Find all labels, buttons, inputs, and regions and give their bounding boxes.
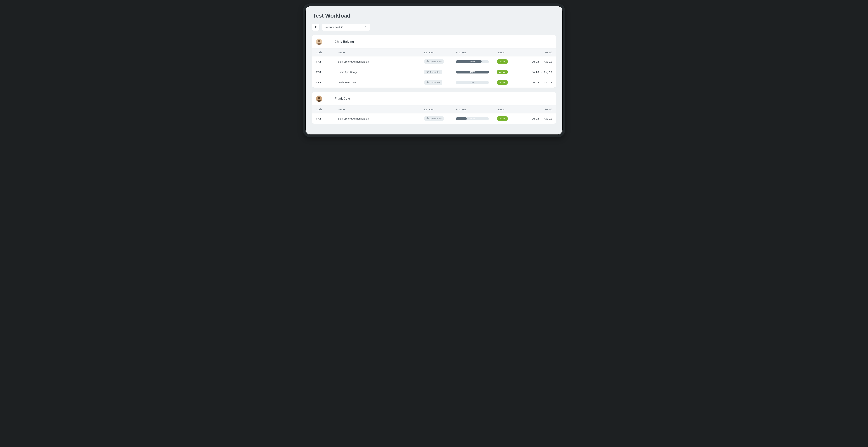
cell-progress: 33.3% <box>452 114 493 124</box>
cell-progress: 100% <box>452 67 493 77</box>
cell-duration: 16 minutes <box>420 56 452 67</box>
col-period: Period <box>517 49 556 56</box>
progress-label: 33.3% <box>470 118 475 120</box>
table-row[interactable]: TR3 Basic App Usage 3 minutes 100% Activ… <box>312 67 556 77</box>
period-dash: – <box>540 81 543 84</box>
period-end-day: 10 <box>549 60 552 63</box>
cell-name: Sign-up and Authentication <box>334 114 420 124</box>
feature-select[interactable]: Feature Test #1 <box>322 24 370 31</box>
period-start-month: Jul <box>532 70 535 73</box>
cell-status: Active <box>493 77 517 88</box>
period-end-month: Aug <box>544 70 549 73</box>
cell-code: TR4 <box>312 77 334 88</box>
table-row[interactable]: TR4 Dashboard Test 1 minutes 0% Active J… <box>312 77 556 88</box>
period-start-month: Jul <box>532 117 535 120</box>
duration-chip: 16 minutes <box>424 59 444 64</box>
workload-table: Code Name Duration Progress Status Perio… <box>312 105 556 124</box>
col-code: Code <box>312 49 334 56</box>
duration-text: 1 minutes <box>430 81 440 84</box>
progress-bar: 77.8% <box>456 60 489 63</box>
status-badge: Active <box>497 59 507 64</box>
person-name: Chris Balding <box>335 40 354 43</box>
toolbar: Feature Test #1 <box>312 24 556 31</box>
col-status: Status <box>493 106 517 114</box>
period-start-month: Jul <box>532 81 535 84</box>
clock-icon <box>426 81 429 84</box>
filter-icon <box>314 25 317 29</box>
clock-icon <box>426 70 429 73</box>
cell-status: Active <box>493 56 517 67</box>
cell-name: Sign-up and Authentication <box>334 56 420 67</box>
feature-select-label: Feature Test #1 <box>324 26 344 29</box>
chevron-down-icon <box>365 26 367 29</box>
duration-chip: 1 minutes <box>424 80 442 85</box>
cell-period: Jul 28 – Aug 10 <box>517 56 556 67</box>
cell-code: TR2 <box>312 114 334 124</box>
duration-chip: 16 minutes <box>424 116 444 121</box>
period-dash: – <box>540 117 543 120</box>
clock-icon <box>426 60 429 63</box>
progress-bar: 33.3% <box>456 117 489 120</box>
table-row[interactable]: TR2 Sign-up and Authentication 16 minute… <box>312 114 556 124</box>
avatar <box>316 38 322 45</box>
period-end-day: 10 <box>549 70 552 73</box>
period-start-month: Jul <box>532 60 535 63</box>
status-badge: Active <box>497 80 507 85</box>
period-end-month: Aug <box>544 60 549 63</box>
col-status: Status <box>493 49 517 56</box>
duration-text: 16 minutes <box>430 117 442 120</box>
card-header: Frank Cole <box>312 92 556 105</box>
clock-icon <box>426 117 429 120</box>
person-name: Frank Cole <box>335 97 350 100</box>
duration-chip: 3 minutes <box>424 70 442 74</box>
col-duration: Duration <box>420 106 452 114</box>
progress-label: 100% <box>470 71 475 73</box>
app-window: Test Workload Feature Test #1 Chris Bald… <box>303 3 565 137</box>
page-title: Test Workload <box>313 12 556 19</box>
period-end-day: 11 <box>549 81 552 84</box>
table-row[interactable]: TR2 Sign-up and Authentication 16 minute… <box>312 56 556 67</box>
svg-point-1 <box>318 40 320 42</box>
progress-bar: 0% <box>456 81 489 84</box>
progress-label: 77.8% <box>470 61 475 63</box>
period-end-month: Aug <box>544 81 549 84</box>
cell-duration: 3 minutes <box>420 67 452 77</box>
col-period: Period <box>517 106 556 114</box>
period-end-month: Aug <box>544 117 549 120</box>
col-name: Name <box>334 106 420 114</box>
workload-card: Chris Balding Code Name Duration Progres… <box>312 35 556 88</box>
status-badge: Active <box>497 70 507 74</box>
workload-card: Frank Cole Code Name Duration Progress S… <box>312 92 556 124</box>
cell-progress: 0% <box>452 77 493 88</box>
cell-period: Jul 28 – Aug 11 <box>517 77 556 88</box>
workload-table: Code Name Duration Progress Status Perio… <box>312 48 556 88</box>
period-start-day: 28 <box>536 60 539 63</box>
period-dash: – <box>540 60 543 63</box>
cell-period: Jul 28 – Aug 10 <box>517 67 556 77</box>
status-badge: Active <box>497 116 507 121</box>
progress-bar: 100% <box>456 71 489 73</box>
period-end-day: 10 <box>549 117 552 120</box>
col-name: Name <box>334 49 420 56</box>
progress-label: 0% <box>471 82 474 84</box>
col-progress: Progress <box>452 49 493 56</box>
progress-fill <box>456 60 482 63</box>
cell-progress: 77.8% <box>452 56 493 67</box>
cell-status: Active <box>493 67 517 77</box>
cell-duration: 16 minutes <box>420 114 452 124</box>
period-start-day: 28 <box>536 117 539 120</box>
svg-point-3 <box>318 97 320 99</box>
cell-status: Active <box>493 114 517 124</box>
cell-name: Basic App Usage <box>334 67 420 77</box>
period-start-day: 28 <box>536 70 539 73</box>
col-duration: Duration <box>420 49 452 56</box>
cell-period: Jul 28 – Aug 10 <box>517 114 556 124</box>
cell-duration: 1 minutes <box>420 77 452 88</box>
cell-name: Dashboard Test <box>334 77 420 88</box>
cell-code: TR2 <box>312 56 334 67</box>
period-dash: – <box>540 70 543 73</box>
filter-button[interactable] <box>312 24 319 31</box>
col-progress: Progress <box>452 106 493 114</box>
cell-code: TR3 <box>312 67 334 77</box>
duration-text: 16 minutes <box>430 60 442 63</box>
